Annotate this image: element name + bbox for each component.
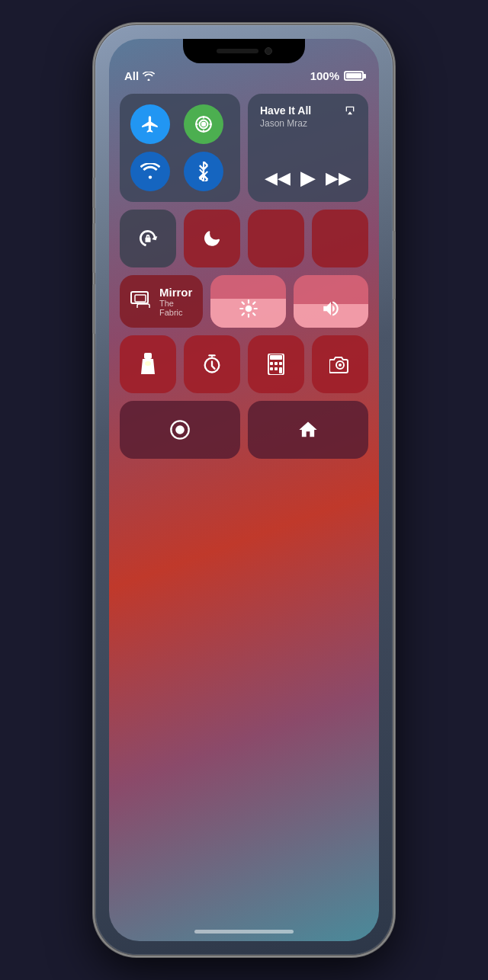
svg-rect-36 bbox=[270, 367, 273, 370]
camera-tile[interactable] bbox=[312, 335, 368, 393]
airplay-icon[interactable] bbox=[344, 104, 356, 119]
battery-percent-label: 100% bbox=[310, 69, 339, 82]
svg-line-26 bbox=[253, 303, 255, 304]
volume-tile[interactable] bbox=[294, 275, 368, 328]
screen-mirror-tile[interactable]: Mirror The Fabric bbox=[120, 275, 203, 328]
control-center: Have It All Jason Mraz ◀◀ ▶ bbox=[120, 94, 368, 903]
wifi-button[interactable] bbox=[130, 152, 170, 191]
svg-point-1 bbox=[201, 122, 207, 127]
volume-down-button[interactable] bbox=[92, 284, 95, 334]
music-top: Have It All Jason Mraz bbox=[260, 104, 356, 129]
svg-line-23 bbox=[242, 303, 243, 304]
cc-grid: Have It All Jason Mraz ◀◀ ▶ bbox=[120, 94, 368, 459]
music-artist: Jason Mraz bbox=[260, 118, 311, 129]
timer-tile[interactable] bbox=[184, 335, 240, 393]
svg-rect-38 bbox=[279, 367, 282, 373]
speaker bbox=[217, 49, 258, 53]
connectivity-tile bbox=[120, 94, 240, 202]
mirror-icon bbox=[130, 291, 152, 312]
power-button[interactable] bbox=[393, 231, 396, 299]
row3: Mirror The Fabric bbox=[120, 275, 368, 328]
rotation-lock-icon bbox=[137, 228, 159, 249]
home-icon bbox=[297, 419, 319, 440]
battery-fill bbox=[346, 73, 361, 78]
tools-row bbox=[120, 335, 368, 393]
svg-rect-27 bbox=[144, 353, 152, 359]
music-tile: Have It All Jason Mraz ◀◀ ▶ bbox=[248, 94, 368, 202]
svg-rect-33 bbox=[270, 362, 273, 365]
music-info: Have It All Jason Mraz bbox=[260, 104, 311, 129]
carrier-label: All bbox=[124, 69, 139, 82]
front-camera bbox=[265, 47, 272, 55]
flashlight-icon bbox=[140, 353, 156, 376]
mute-button[interactable] bbox=[92, 178, 95, 208]
calculator-icon bbox=[267, 354, 285, 375]
moon-icon bbox=[203, 229, 221, 248]
svg-line-24 bbox=[253, 313, 255, 315]
volume-up-button[interactable] bbox=[92, 223, 95, 273]
svg-rect-35 bbox=[279, 362, 282, 365]
screen-record-tile[interactable] bbox=[120, 401, 240, 459]
brightness-slider-tile[interactable] bbox=[248, 210, 304, 267]
calculator-tile[interactable] bbox=[248, 335, 304, 393]
prev-button[interactable]: ◀◀ bbox=[260, 167, 295, 190]
phone-screen: All 100% bbox=[109, 39, 379, 941]
camera-icon bbox=[329, 355, 351, 373]
battery-icon bbox=[344, 71, 364, 81]
volume-slider-tile[interactable] bbox=[312, 210, 368, 267]
mirror-text: Mirror The Fabric bbox=[159, 286, 192, 317]
home-kit-tile[interactable] bbox=[248, 401, 368, 459]
mirror-sublabel: The Fabric bbox=[159, 299, 192, 317]
svg-rect-37 bbox=[274, 367, 278, 370]
bottom-row bbox=[120, 401, 368, 459]
home-indicator[interactable] bbox=[194, 930, 294, 934]
svg-point-18 bbox=[245, 306, 252, 312]
svg-rect-14 bbox=[135, 295, 146, 302]
next-button[interactable]: ▶▶ bbox=[321, 167, 356, 190]
music-title: Have It All bbox=[260, 104, 311, 117]
small-tiles-row bbox=[120, 210, 368, 267]
status-left: All bbox=[124, 69, 155, 82]
svg-point-29 bbox=[145, 361, 151, 366]
status-bar: All 100% bbox=[124, 69, 364, 82]
svg-rect-32 bbox=[270, 355, 282, 360]
svg-point-40 bbox=[339, 363, 342, 367]
cellular-button[interactable] bbox=[184, 104, 223, 144]
wifi-status-icon bbox=[143, 72, 155, 81]
phone-frame: All 100% bbox=[95, 25, 393, 955]
record-icon bbox=[169, 419, 191, 440]
notch bbox=[183, 39, 305, 63]
play-button[interactable]: ▶ bbox=[296, 165, 320, 191]
brightness-tile[interactable] bbox=[210, 275, 285, 328]
svg-rect-15 bbox=[137, 304, 149, 308]
music-controls: ◀◀ ▶ ▶▶ bbox=[260, 165, 356, 191]
flashlight-tile[interactable] bbox=[120, 335, 176, 393]
svg-point-42 bbox=[175, 425, 185, 434]
brightness-icon bbox=[239, 299, 258, 319]
svg-line-25 bbox=[242, 313, 243, 315]
mirror-label: Mirror bbox=[159, 286, 192, 299]
timer-icon bbox=[201, 354, 223, 375]
rotation-lock-tile[interactable] bbox=[120, 210, 176, 267]
volume-icon bbox=[321, 299, 341, 319]
do-not-disturb-tile[interactable] bbox=[184, 210, 240, 267]
status-right: 100% bbox=[310, 69, 364, 82]
svg-rect-34 bbox=[274, 362, 278, 365]
bluetooth-button[interactable] bbox=[184, 152, 223, 191]
airplane-mode-button[interactable] bbox=[130, 104, 170, 144]
